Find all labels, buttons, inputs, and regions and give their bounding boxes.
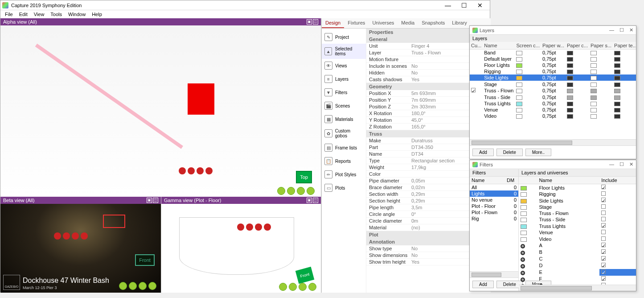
paper-text-swatch[interactable] [614, 70, 620, 74]
layer-universe-row[interactable]: ⊕D✓ [519, 262, 636, 269]
paper-swatch[interactable] [591, 70, 597, 74]
column-header[interactable]: Paper te... [613, 42, 636, 50]
paper-swatch[interactable] [591, 108, 597, 112]
alpha-canvas[interactable] [0, 25, 321, 197]
horizontal-scrollbar[interactable] [470, 271, 518, 277]
minimize-button[interactable]: — [440, 1, 456, 10]
maximize-button[interactable]: ☐ [456, 1, 472, 10]
paper-text-swatch[interactable] [614, 83, 620, 87]
layer-row[interactable]: Band0,75ptNormal [470, 50, 636, 56]
view-tool-icon[interactable] [297, 187, 305, 195]
include-checkbox[interactable] [601, 230, 606, 234]
include-checkbox[interactable]: ✓ [601, 256, 606, 261]
menu-file[interactable]: File [2, 11, 16, 17]
current-checkbox[interactable]: ✓ [471, 88, 476, 92]
column-header[interactable]: Screen c... [515, 42, 541, 50]
layer-row[interactable]: Floor Lights0,75ptNormal [470, 62, 636, 68]
filter-row[interactable]: Plot - Floor0 [470, 203, 518, 209]
column-header[interactable]: Name [483, 42, 515, 50]
maximize-button[interactable]: ☐ [619, 161, 624, 167]
view-control-icon[interactable]: ◫ [313, 198, 318, 203]
screen-color-swatch[interactable] [516, 114, 522, 119]
screen-color-swatch[interactable] [516, 63, 522, 68]
nav-selected-items[interactable]: ▲Selected items [322, 44, 366, 59]
paper-color-swatch[interactable] [567, 70, 573, 74]
paper-swatch[interactable] [591, 114, 597, 119]
tab-library[interactable]: Library [448, 18, 471, 28]
titlebar[interactable]: Capture 2019 Symphony Edition — ☐ ✕ [0, 0, 490, 10]
menu-help[interactable]: Help [89, 11, 105, 17]
view-orientation-badge[interactable]: Top [296, 171, 312, 183]
layer-universe-row[interactable]: Truss - Side [519, 216, 636, 223]
nav-plot-styles[interactable]: ✏Plot Styles [322, 168, 366, 181]
layer-row[interactable]: Video0,75ptNormal [470, 113, 636, 119]
menu-view[interactable]: View [31, 11, 47, 17]
include-checkbox[interactable] [601, 191, 606, 196]
filter-row[interactable]: Plot - Flown0 [470, 209, 518, 215]
layer-row[interactable]: Venue0,75ptLow [470, 107, 636, 113]
nav-project[interactable]: ✎Project [322, 30, 366, 44]
view-orientation-badge[interactable]: Front [135, 254, 155, 266]
delete-button[interactable]: Delete [496, 149, 523, 156]
column-header[interactable]: Paper s... [589, 42, 613, 50]
view-tool-icon[interactable] [308, 283, 316, 291]
include-checkbox[interactable]: ✓ [601, 185, 606, 189]
filter-row[interactable]: No venue0 [470, 197, 518, 203]
include-checkbox[interactable] [601, 236, 606, 241]
close-button[interactable]: ✕ [629, 161, 633, 167]
layers-titlebar[interactable]: Layers — ☐ ✕ [470, 26, 636, 35]
paper-color-swatch[interactable] [567, 63, 573, 68]
paper-swatch[interactable] [591, 102, 597, 106]
paper-color-swatch[interactable] [567, 57, 573, 62]
include-checkbox[interactable]: ✓ [601, 223, 606, 228]
menu-window[interactable]: Window [66, 11, 88, 17]
paper-text-swatch[interactable] [614, 89, 620, 93]
layer-row[interactable]: Side Lights0,75ptNormal [470, 74, 636, 81]
paper-swatch[interactable] [591, 83, 597, 87]
include-checkbox[interactable]: ✓ [601, 249, 606, 254]
horizontal-scrollbar[interactable] [519, 285, 636, 291]
layer-universe-row[interactable]: ⊕A✓ [519, 242, 636, 249]
filters-window[interactable]: Filters — ☐ ✕ Filters NameDMAll0Lights0N… [469, 160, 636, 291]
paper-swatch[interactable] [591, 76, 597, 80]
include-checkbox[interactable] [601, 204, 606, 209]
layer-row[interactable]: Truss Lights0,75ptNormal [470, 100, 636, 107]
include-checkbox[interactable] [601, 217, 606, 221]
view-control-icon[interactable]: ◫ [313, 19, 318, 25]
screen-color-swatch[interactable] [516, 89, 522, 93]
paper-color-swatch[interactable] [567, 51, 573, 55]
layer-universe-row[interactable]: ⊕E✓ [519, 269, 636, 276]
nav-scenes[interactable]: 🎬Scenes [322, 99, 366, 112]
paper-text-swatch[interactable] [614, 95, 620, 100]
paper-color-swatch[interactable] [567, 76, 573, 80]
paper-color-swatch[interactable] [567, 89, 573, 93]
include-checkbox[interactable]: ✓ [601, 276, 606, 281]
view-tool-icon[interactable] [307, 187, 315, 195]
add-button[interactable]: Add [472, 281, 494, 288]
include-checkbox[interactable]: ✓ [601, 243, 606, 247]
layer-universe-row[interactable]: Venue [519, 229, 636, 236]
include-checkbox[interactable]: ✓ [601, 269, 606, 274]
nav-filters[interactable]: ▼Filters [322, 86, 366, 99]
more-button[interactable]: More.. [525, 149, 551, 156]
gamma-view[interactable]: Gamma view (Plot - Floor) ▣ ◫ Front [161, 197, 321, 293]
alpha-view[interactable]: Alpha view (All) ▣ ◫ Top [0, 18, 321, 197]
screen-color-swatch[interactable] [516, 76, 522, 80]
paper-text-swatch[interactable] [614, 102, 620, 106]
nav-materials[interactable]: ▦Materials [322, 112, 366, 126]
screen-color-swatch[interactable] [516, 70, 522, 74]
layer-row[interactable]: ✓Truss - Flown0,75ptNormal [470, 87, 636, 94]
close-button[interactable]: ✕ [472, 1, 488, 10]
view-tool-icon[interactable] [299, 283, 307, 291]
paper-color-swatch[interactable] [567, 83, 573, 87]
include-checkbox[interactable]: ✓ [601, 263, 606, 267]
filter-row[interactable]: Rig0 [470, 215, 518, 222]
nav-custom-gobos[interactable]: ✿Custom gobos [322, 126, 366, 141]
view-tool-icon[interactable] [277, 187, 285, 195]
layer-universe-row[interactable]: Side Lights✓ [519, 197, 636, 204]
column-header[interactable]: DM [505, 177, 518, 184]
minimize-button[interactable]: — [609, 27, 614, 33]
filters-titlebar[interactable]: Filters — ☐ ✕ [470, 160, 636, 169]
column-header[interactable]: Include [599, 177, 636, 184]
column-header[interactable]: Paper w... [541, 42, 566, 50]
